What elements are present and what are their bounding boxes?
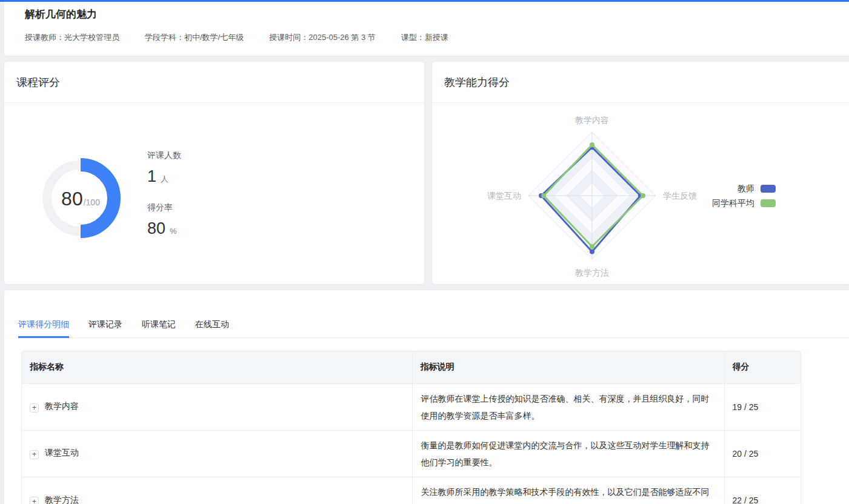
indicator-name: 课堂互动 xyxy=(45,448,79,457)
score-stat: 得分率80% xyxy=(147,202,181,240)
tab-评课得分明细[interactable]: 评课得分明细 xyxy=(18,319,69,338)
tab-听课笔记[interactable]: 听课笔记 xyxy=(142,319,176,338)
meta-value: 初中/数学/七年级 xyxy=(184,33,244,42)
indicator-description-cell: 关注教师所采用的教学策略和技术手段的有效性，以及它们是否能够适应不同的学习风格和… xyxy=(412,477,724,504)
legend-item-教师[interactable]: 教师 xyxy=(737,182,776,195)
score-card-title: 课程评分 xyxy=(4,62,424,103)
radar-legend: 教师同学科平均 xyxy=(712,182,776,210)
score-stat: 评课人数1人 xyxy=(147,150,181,188)
stat-value: 1 xyxy=(147,167,156,186)
course-meta-item: 课型：新授课 xyxy=(401,32,448,43)
meta-value: 2025-05-26 第 3 节 xyxy=(308,33,376,42)
indicator-name-cell: +教学内容 xyxy=(22,383,412,430)
radar-chart: 教学内容学生反馈教学方法课堂互动 xyxy=(432,104,849,285)
indicator-name: 教学内容 xyxy=(45,401,79,411)
tab-bar: 评课得分明细评课记录听课笔记在线互动 xyxy=(18,319,229,338)
stat-label: 得分率 xyxy=(147,202,181,214)
detail-section-card: 评课得分明细评课记录听课笔记在线互动 指标名称 指标说明 得分 +教学内容评估教… xyxy=(4,290,849,504)
stat-value-row: 1人 xyxy=(147,167,181,188)
course-meta-item: 授课时间：2025-05-26 第 3 节 xyxy=(269,32,376,43)
radar-indicator-label: 学生反馈 xyxy=(663,191,697,201)
radar-card-title: 教学能力得分 xyxy=(432,62,849,103)
indicator-score-cell: 22 / 25 xyxy=(724,477,801,504)
indicator-description-cell: 衡量的是教师如何促进课堂内的交流与合作，以及这些互动对学生理解和支持他们学习的重… xyxy=(412,430,724,477)
course-meta-row: 授课教师：光大学校管理员学段学科：初中/数学/七年级授课时间：2025-05-2… xyxy=(25,32,448,43)
legend-item-同学科平均[interactable]: 同学科平均 xyxy=(712,197,776,210)
column-header-score: 得分 xyxy=(724,351,801,383)
stat-value-row: 80% xyxy=(147,219,181,240)
score-stats: 评课人数1人得分率80% xyxy=(147,150,181,240)
legend-label: 同学科平均 xyxy=(712,198,754,209)
stat-value: 80 xyxy=(147,219,165,238)
radar-indicator-label: 课堂互动 xyxy=(487,191,521,201)
stat-label: 评课人数 xyxy=(147,150,181,162)
teaching-ability-card: 教学能力得分 教学内容学生反馈教学方法课堂互动 教师同学科平均 xyxy=(431,61,849,285)
legend-swatch xyxy=(761,199,776,207)
course-header-card: 解析几何的魅力 授课教师：光大学校管理员学段学科：初中/数学/七年级授课时间：2… xyxy=(4,2,849,56)
meta-value: 新授课 xyxy=(425,33,448,42)
indicator-name-cell: +教学方法 xyxy=(22,477,412,504)
meta-label: 授课教师： xyxy=(25,33,64,42)
indicator-name-cell: +课堂互动 xyxy=(22,430,412,477)
table-row: +课堂互动衡量的是教师如何促进课堂内的交流与合作，以及这些互动对学生理解和支持他… xyxy=(22,430,801,477)
expand-row-button[interactable]: + xyxy=(30,497,39,504)
donut-center-value: 80/100 xyxy=(61,188,100,210)
page-title: 解析几何的魅力 xyxy=(25,7,97,21)
legend-label: 教师 xyxy=(737,184,754,194)
indicator-score-cell: 20 / 25 xyxy=(724,430,801,477)
legend-swatch xyxy=(761,185,776,193)
radar-indicator-label: 教学方法 xyxy=(575,268,609,277)
meta-label: 学段学科： xyxy=(145,33,184,42)
indicator-score-cell: 19 / 25 xyxy=(724,383,801,430)
course-evaluation-page: { "header": { "title": "解析几何的魅力", "meta"… xyxy=(0,0,849,504)
score-donut-chart: 80/100 xyxy=(20,138,141,259)
course-score-card: 课程评分 80/100 评课人数1人得分率80% xyxy=(4,61,425,285)
indicator-description-cell: 评估教师在课堂上传授的知识是否准确、相关、有深度，并且组织良好，同时使用的教学资… xyxy=(412,383,724,430)
stat-suffix: % xyxy=(170,227,177,236)
tab-在线互动[interactable]: 在线互动 xyxy=(195,319,229,338)
meta-label: 授课时间： xyxy=(269,33,308,42)
radar-data-point xyxy=(590,244,594,249)
radar-data-point xyxy=(590,142,594,147)
course-meta-item: 学段学科：初中/数学/七年级 xyxy=(145,32,244,43)
table-row: +教学方法关注教师所采用的教学策略和技术手段的有效性，以及它们是否能够适应不同的… xyxy=(22,477,801,504)
indicator-score-table: 指标名称 指标说明 得分 +教学内容评估教师在课堂上传授的知识是否准确、相关、有… xyxy=(21,351,801,504)
table-header-row: 指标名称 指标说明 得分 xyxy=(22,351,801,383)
course-meta-item: 授课教师：光大学校管理员 xyxy=(25,32,119,43)
column-header-indicator-description: 指标说明 xyxy=(412,351,724,383)
radar-data-point xyxy=(541,193,546,198)
radar-indicator-label: 教学内容 xyxy=(575,115,609,125)
meta-value: 光大学校管理员 xyxy=(64,33,119,42)
column-header-indicator-name: 指标名称 xyxy=(22,351,412,383)
radar-data-point xyxy=(590,249,594,254)
tab-评课记录[interactable]: 评课记录 xyxy=(88,319,122,338)
table-row: +教学内容评估教师在课堂上传授的知识是否准确、相关、有深度，并且组织良好，同时使… xyxy=(22,383,801,430)
indicator-name: 教学方法 xyxy=(45,495,79,504)
radar-data-point xyxy=(641,193,645,198)
stat-suffix: 人 xyxy=(161,174,168,185)
expand-row-button[interactable]: + xyxy=(30,450,39,459)
expand-row-button[interactable]: + xyxy=(30,403,39,413)
meta-label: 课型： xyxy=(401,33,425,42)
